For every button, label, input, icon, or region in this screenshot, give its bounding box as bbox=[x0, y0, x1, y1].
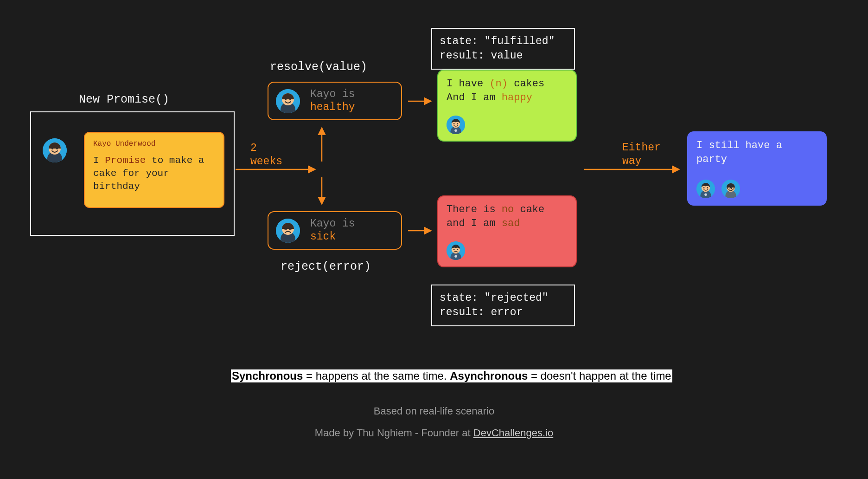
definition-strip: Synchronous = happens at the same time. … bbox=[231, 369, 672, 382]
kayo-avatar-icon bbox=[43, 138, 67, 162]
happy-line-2: And I am happy bbox=[447, 91, 568, 105]
kayo-sick-avatar-icon bbox=[276, 219, 300, 243]
devchallenges-link[interactable]: DevChallenges.io bbox=[473, 427, 553, 439]
healthy-card: Kayo is healthy bbox=[268, 82, 402, 120]
resolve-label: resolve(value) bbox=[270, 60, 367, 74]
two-weeks-label: 2 weeks bbox=[250, 142, 282, 168]
promise-card-text: I Promise to make a cake for your birthd… bbox=[93, 154, 215, 194]
sad-line-1: There is no cake bbox=[447, 203, 568, 217]
party-card: I still have a party bbox=[687, 131, 827, 206]
made-by-text: Made by Thu Nghiem - Founder at DevChall… bbox=[0, 427, 868, 439]
sad-line-2: and I am sad bbox=[447, 217, 568, 231]
sick-card: Kayo is sick bbox=[268, 211, 402, 250]
sick-text: Kayo is sick bbox=[310, 218, 355, 243]
girl-party-avatar-icon bbox=[721, 180, 740, 198]
party-text: I still have a party bbox=[696, 139, 817, 166]
based-on-text: Based on real-life scenario bbox=[0, 405, 868, 417]
happy-card: I have (n) cakes And I am happy bbox=[437, 70, 577, 142]
boy-happy-avatar-icon bbox=[447, 116, 465, 134]
rejected-info-box: state: "rejected" result: error bbox=[431, 285, 575, 326]
kayo-healthy-avatar-icon bbox=[276, 89, 300, 113]
promise-card: Kayo Underwood I Promise to make a cake … bbox=[84, 132, 224, 208]
fulfilled-info-box: state: "fulfilled" result: value bbox=[431, 28, 575, 70]
boy-party-avatar-icon bbox=[696, 180, 715, 198]
healthy-text: Kayo is healthy bbox=[310, 88, 355, 114]
sad-card: There is no cake and I am sad bbox=[437, 195, 577, 267]
promise-card-name: Kayo Underwood bbox=[93, 139, 215, 149]
either-way-label: Either way bbox=[622, 141, 661, 168]
happy-line-1: I have (n) cakes bbox=[447, 77, 568, 91]
boy-sad-avatar-icon bbox=[447, 241, 465, 260]
reject-label: reject(error) bbox=[281, 260, 371, 273]
new-promise-label: New Promise() bbox=[79, 93, 169, 106]
